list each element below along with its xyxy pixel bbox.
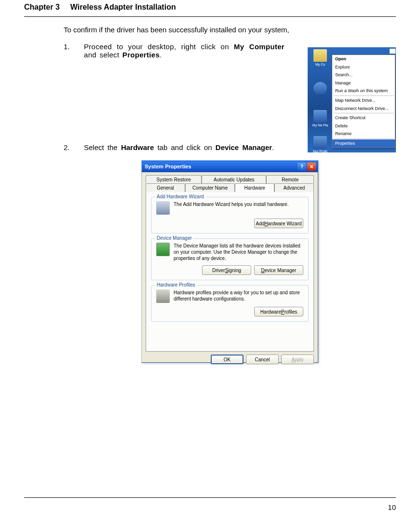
desktop-screenshot: My Co My Ne Pla Nor Prote OpenExploreSea… <box>308 47 396 152</box>
context-menu-item[interactable]: Map Network Drive... <box>332 96 395 105</box>
context-menu-item[interactable]: Explore <box>332 63 395 71</box>
hardware-profiles-icon <box>156 289 170 303</box>
context-menu-separator <box>333 138 394 139</box>
add-hardware-wizard-button[interactable]: Add Hardware Wizard <box>254 219 303 228</box>
divider-bottom <box>24 497 396 498</box>
context-menu-item[interactable]: Rename <box>332 130 395 138</box>
context-menu-item[interactable]: Disconnect Network Drive... <box>332 105 395 113</box>
apply-button[interactable]: Apply <box>281 355 314 364</box>
context-menu-separator <box>333 96 394 96</box>
tab-hardware[interactable]: Hardware <box>235 183 274 192</box>
system-properties-dialog: System Properties ? ✕ System Restore Aut… <box>141 160 318 363</box>
context-menu: OpenExploreSearch...ManageRun a Wash on … <box>332 55 395 148</box>
context-menu-item[interactable]: Search... <box>332 71 395 79</box>
tab-advanced[interactable]: Advanced <box>274 183 314 192</box>
desktop-icon-network[interactable]: My Ne Pla <box>312 110 329 127</box>
context-menu-item[interactable]: Properties <box>332 139 395 148</box>
context-menu-item[interactable]: Create Shortcut <box>332 114 395 122</box>
tab-remote[interactable]: Remote <box>266 175 314 183</box>
chapter-header: Chapter 3Wireless Adapter Installation <box>24 3 396 16</box>
chapter-title: Wireless Adapter Installation <box>70 3 176 11</box>
hardware-profiles-text: Hardware profiles provide a way for you … <box>174 289 303 302</box>
fieldset-add-hardware-wizard: Add Hardware Wizard The Add Hardware Wiz… <box>151 197 309 233</box>
wizard-icon <box>156 201 170 215</box>
divider-top <box>24 16 396 17</box>
help-button[interactable]: ? <box>298 163 306 171</box>
step-2-number: 2. <box>64 143 84 151</box>
window-rect-icon <box>389 48 396 54</box>
device-manager-icon <box>156 243 170 256</box>
step-1-text: Proceed to your desktop, right click on … <box>84 42 285 59</box>
context-menu-item[interactable]: Manage <box>332 79 395 87</box>
tabs-row-top: System Restore Automatic Updates Remote <box>146 175 314 183</box>
dialog-buttons: OK Cancel Apply <box>142 352 318 367</box>
desktop-icon-4[interactable]: Nor Prote <box>312 136 329 152</box>
wizard-text: The Add Hardware Wizard helps you instal… <box>174 201 303 207</box>
desktop-icon-2[interactable] <box>312 82 329 96</box>
tabs-row-bottom: General Computer Name Hardware Advanced <box>146 183 314 192</box>
page-number: 10 <box>388 503 396 511</box>
context-menu-item[interactable]: Run a Wash on this system <box>332 87 395 95</box>
tab-system-restore[interactable]: System Restore <box>146 175 202 183</box>
tab-general[interactable]: General <box>146 183 185 192</box>
device-manager-button[interactable]: Device Manager <box>254 265 303 275</box>
legend-hardware-profiles: Hardware Profiles <box>155 282 196 288</box>
dialog-titlebar[interactable]: System Properties ? ✕ <box>142 161 318 172</box>
step-1-number: 1. <box>64 42 84 51</box>
tab-content-hardware: Add Hardware Wizard The Add Hardware Wiz… <box>146 192 314 352</box>
intro-text: To confirm if the driver has been succes… <box>64 26 396 34</box>
fieldset-hardware-profiles: Hardware Profiles Hardware profiles prov… <box>151 285 309 322</box>
device-manager-text: The Device Manager lists all the hardwar… <box>174 243 303 261</box>
desktop-icon-mycomputer[interactable]: My Co <box>312 49 329 66</box>
context-menu-item[interactable]: Delete <box>332 122 395 130</box>
context-menu-item[interactable]: Open <box>332 55 395 63</box>
tab-computer-name[interactable]: Computer Name <box>185 183 235 192</box>
legend-wizard: Add Hardware Wizard <box>155 194 205 199</box>
context-menu-separator <box>333 113 394 113</box>
driver-signing-button[interactable]: Driver Signing <box>202 265 251 275</box>
dialog-title: System Properties <box>145 164 297 169</box>
hardware-profiles-button[interactable]: Hardware Profiles <box>254 307 303 316</box>
cancel-button[interactable]: Cancel <box>246 355 279 364</box>
step-2-text: Select the Hardware tab and click on Dev… <box>84 143 285 151</box>
close-button[interactable]: ✕ <box>307 163 316 171</box>
chapter-number: Chapter 3 <box>24 3 60 11</box>
fieldset-device-manager: Device Manager The Device Manager lists … <box>151 238 309 280</box>
tab-automatic-updates[interactable]: Automatic Updates <box>202 175 266 183</box>
legend-device-manager: Device Manager <box>155 235 193 241</box>
ok-button[interactable]: OK <box>211 355 244 364</box>
